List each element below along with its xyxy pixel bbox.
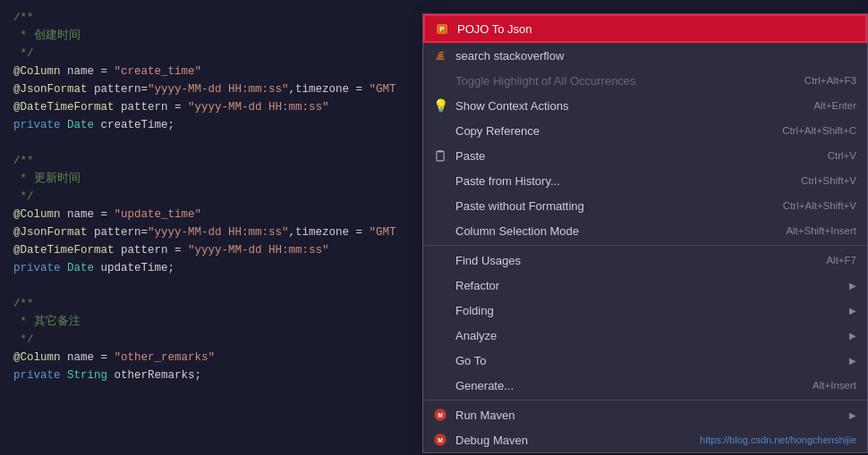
run-maven-label: Run Maven [455, 409, 515, 422]
menu-item-refactor[interactable]: Refactor [423, 273, 867, 298]
refactor-icon [432, 277, 448, 293]
show-context-actions-shortcut: Alt+Enter [813, 100, 856, 111]
code-line-10: * 更新时间 [13, 170, 412, 188]
menu-item-debug-maven-left: M Debug Maven [432, 432, 528, 448]
code-line-9: /** [13, 152, 412, 170]
column-selection-icon [432, 223, 448, 239]
code-line-20: @Column name = "other_remarks" [13, 349, 412, 367]
menu-item-paste[interactable]: Paste Ctrl+V [423, 143, 867, 168]
code-line-18: * 其它备注 [13, 313, 412, 331]
svg-text:M: M [438, 412, 443, 418]
menu-item-copy-reference[interactable]: Copy Reference Ctrl+Alt+Shift+C [423, 118, 867, 143]
menu-item-column-selection[interactable]: Column Selection Mode Alt+Shift+Insert [423, 218, 867, 243]
code-line-14: @DateTimeFormat pattern = "yyyy-MM-dd HH… [13, 241, 412, 259]
paste-from-history-label: Paste from History... [455, 174, 560, 188]
code-line-6: @DateTimeFormat pattern = "yyyy-MM-dd HH… [13, 98, 412, 116]
analyze-icon [432, 327, 448, 343]
menu-item-debug-maven[interactable]: M Debug Maven https://blog.csdn.net/hong… [423, 427, 867, 452]
menu-item-refactor-left: Refactor [432, 277, 499, 293]
menu-item-search-stackoverflow[interactable]: search stackoverflow [423, 43, 867, 68]
svg-rect-2 [438, 54, 444, 55]
go-to-label: Go To [455, 354, 486, 367]
analyze-label: Analyze [455, 329, 497, 342]
code-editor[interactable]: /** * 创建时间 */ @Column name = "create_tim… [0, 0, 421, 455]
stackoverflow-icon [432, 47, 448, 63]
copy-icon [432, 122, 448, 139]
menu-item-paste-from-history[interactable]: Paste from History... Ctrl+Shift+V [423, 168, 867, 193]
code-line-15: private Date updateTime; [13, 259, 412, 277]
menu-item-folding-left: Folding [432, 302, 494, 318]
code-line-19: */ [13, 331, 412, 349]
menu-item-context-left: 💡 Show Context Actions [432, 97, 568, 114]
menu-item-folding[interactable]: Folding [423, 298, 867, 323]
svg-rect-3 [438, 52, 443, 54]
menu-item-toggle-highlight: Toggle Highlight of All Occurrences Ctrl… [423, 68, 867, 93]
paste-without-formatting-label: Paste without Formatting [455, 199, 584, 213]
search-stackoverflow-label: search stackoverflow [455, 49, 564, 63]
code-line-11: */ [13, 188, 412, 206]
menu-item-analyze[interactable]: Analyze [423, 323, 867, 348]
paste-nofmt-icon [432, 198, 448, 214]
menu-item-go-to[interactable]: Go To [423, 348, 867, 373]
generate-icon [432, 377, 448, 393]
paste-shortcut: Ctrl+V [828, 150, 856, 161]
code-line-8 [13, 134, 412, 152]
run-maven-icon: M [432, 407, 448, 423]
svg-rect-0 [436, 59, 444, 60]
menu-item-paste-history-left: Paste from History... [432, 173, 560, 189]
pojo-to-json-label: POJO To Json [457, 22, 532, 36]
debug-maven-label: Debug Maven [455, 434, 528, 447]
code-line-5: @JsonFormat pattern="yyyy-MM-dd HH:mm:ss… [13, 80, 412, 98]
code-line-7: private Date createTime; [13, 116, 412, 134]
find-usages-label: Find Usages [455, 254, 521, 267]
code-line-12: @Column name = "update_time" [13, 206, 412, 223]
paste-history-icon [432, 173, 448, 189]
toggle-highlight-label: Toggle Highlight of All Occurrences [455, 74, 636, 88]
code-line-2: * 创建时间 [13, 27, 412, 45]
menu-item-pojo-to-json[interactable]: P POJO To Json [423, 14, 867, 43]
svg-rect-1 [437, 56, 443, 58]
menu-item-paste-nofmt-left: Paste without Formatting [432, 198, 584, 214]
bulb-icon: 💡 [432, 97, 448, 114]
svg-rect-5 [437, 151, 444, 161]
debug-maven-icon: M [432, 432, 448, 448]
menu-item-so-left: search stackoverflow [432, 47, 564, 63]
menu-item-toggle-left: Toggle Highlight of All Occurrences [432, 72, 636, 88]
folding-label: Folding [455, 304, 494, 317]
menu-item-paste-without-formatting[interactable]: Paste without Formatting Ctrl+Alt+Shift+… [423, 193, 867, 218]
menu-item-paste-left: Paste [432, 147, 485, 164]
menu-item-show-context-actions[interactable]: 💡 Show Context Actions Alt+Enter [423, 93, 867, 118]
find-usages-icon [432, 252, 448, 268]
show-context-actions-label: Show Context Actions [455, 99, 568, 113]
paste-label: Paste [455, 149, 485, 163]
menu-item-run-maven[interactable]: M Run Maven [423, 402, 867, 427]
menu-item-generate-left: Generate... [432, 377, 514, 393]
code-line-16 [13, 277, 412, 295]
go-to-icon [432, 352, 448, 368]
copy-reference-shortcut: Ctrl+Alt+Shift+C [782, 125, 856, 136]
paste-icon [432, 147, 448, 164]
menu-item-generate[interactable]: Generate... Alt+Insert [423, 373, 867, 398]
menu-item-pojo-left: P POJO To Json [434, 21, 532, 37]
code-line-17: /** [13, 295, 412, 313]
refactor-label: Refactor [455, 279, 499, 292]
column-selection-shortcut: Alt+Shift+Insert [786, 225, 856, 236]
folding-icon [432, 302, 448, 318]
separator-2 [423, 400, 867, 400]
context-menu: P POJO To Json search stackoverflow Togg… [422, 13, 868, 453]
menu-item-col-left: Column Selection Mode [432, 223, 579, 239]
find-usages-shortcut: Alt+F7 [826, 255, 856, 265]
menu-item-run-maven-left: M Run Maven [432, 407, 515, 423]
toggle-highlight-shortcut: Ctrl+Alt+F3 [804, 75, 856, 86]
svg-text:M: M [438, 437, 443, 443]
paste-from-history-shortcut: Ctrl+Shift+V [801, 175, 856, 186]
separator-1 [423, 245, 867, 246]
code-line-13: @JsonFormat pattern="yyyy-MM-dd HH:mm:ss… [13, 223, 412, 241]
generate-shortcut: Alt+Insert [813, 380, 856, 391]
code-line-21: private String otherRemarks; [13, 367, 412, 384]
code-line-4: @Column name = "create_time" [13, 63, 412, 80]
menu-item-find-usages[interactable]: Find Usages Alt+F7 [423, 248, 867, 273]
url-bar: https://blog.csdn.net/hongchenshijie [700, 434, 856, 445]
menu-item-copy-left: Copy Reference [432, 122, 540, 139]
pojo-icon: P [434, 21, 450, 37]
